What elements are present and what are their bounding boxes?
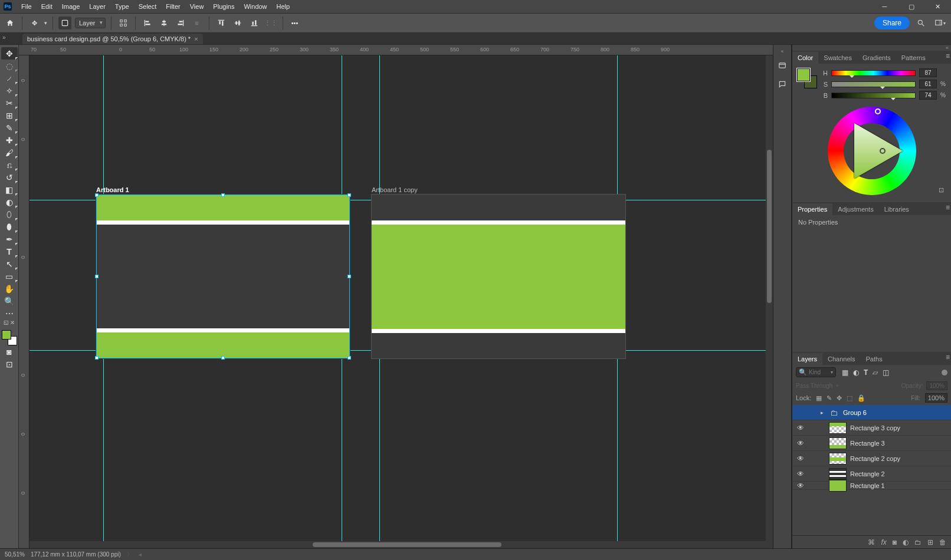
- layer-name[interactable]: Rectangle 1: [850, 482, 885, 489]
- opacity-input[interactable]: 100%: [926, 381, 947, 390]
- healing-brush-tool[interactable]: ✚: [1, 134, 18, 146]
- tab-properties[interactable]: Properties: [792, 203, 832, 215]
- saturation-slider[interactable]: [831, 81, 916, 87]
- new-group-icon[interactable]: 🗀: [914, 538, 922, 546]
- layer-name[interactable]: Group 6: [843, 409, 867, 416]
- layer-row[interactable]: 👁Rectangle 1: [792, 482, 951, 490]
- expand-dock-icon[interactable]: «: [774, 48, 791, 54]
- vertical-scrollbar-thumb[interactable]: [767, 150, 772, 303]
- magic-wand-tool[interactable]: ✧: [1, 84, 18, 97]
- saturation-value-input[interactable]: 61: [919, 80, 937, 88]
- layer-expand-icon[interactable]: ▸: [821, 410, 827, 416]
- gradient-tool[interactable]: ◐: [1, 196, 18, 208]
- menu-type[interactable]: Type: [110, 0, 134, 13]
- tab-patterns[interactable]: Patterns: [896, 52, 931, 64]
- dodge-tool[interactable]: ⬮: [1, 220, 18, 233]
- filter-shape-icon[interactable]: ▱: [873, 368, 878, 377]
- hand-tool[interactable]: ✋: [1, 282, 18, 295]
- menu-edit[interactable]: Edit: [37, 0, 57, 13]
- panel-menu-icon[interactable]: ≡: [946, 353, 950, 361]
- tab-libraries[interactable]: Libraries: [879, 203, 914, 215]
- layer-thumbnail[interactable]: [829, 437, 847, 449]
- brightness-slider[interactable]: [831, 93, 916, 98]
- window-minimize-button[interactable]: ─: [871, 0, 898, 13]
- status-prev-icon[interactable]: ◂: [139, 551, 142, 558]
- auto-select-target-dropdown[interactable]: Layer: [75, 18, 106, 28]
- history-panel-icon[interactable]: [775, 58, 790, 73]
- panel-menu-icon[interactable]: ≡: [946, 203, 950, 212]
- hue-slider[interactable]: [831, 70, 916, 76]
- search-button[interactable]: [913, 16, 929, 30]
- type-tool[interactable]: T: [1, 245, 18, 258]
- frame-tool[interactable]: ⊞: [1, 109, 18, 121]
- menu-layer[interactable]: Layer: [84, 0, 110, 13]
- horizontal-scrollbar-thumb[interactable]: [313, 542, 501, 547]
- history-brush-tool[interactable]: ↺: [1, 171, 18, 183]
- document-tab-close-icon[interactable]: ×: [194, 35, 198, 42]
- marquee-tool[interactable]: ◌: [1, 60, 18, 72]
- align-bottom-edges-button[interactable]: [248, 17, 261, 29]
- layer-visibility-toggle[interactable]: 👁: [796, 454, 805, 463]
- layer-list[interactable]: ▸🗀Group 6👁Rectangle 3 copy👁Rectangle 3👁R…: [792, 405, 951, 535]
- layer-name[interactable]: Rectangle 2 copy: [850, 455, 900, 462]
- path-selection-tool[interactable]: ↖: [1, 258, 18, 270]
- pen-tool[interactable]: ✒: [1, 233, 18, 245]
- filter-type-icon[interactable]: T: [864, 368, 868, 377]
- layer-row[interactable]: 👁Rectangle 2 copy: [792, 451, 951, 466]
- menu-select[interactable]: Select: [134, 0, 162, 13]
- layer-name[interactable]: Rectangle 2: [850, 470, 885, 477]
- filter-pixel-icon[interactable]: ▦: [842, 368, 848, 377]
- layer-visibility-toggle[interactable]: 👁: [796, 424, 805, 432]
- vertical-scrollbar[interactable]: [766, 55, 773, 541]
- artboard2-label[interactable]: Artboard 1 copy: [372, 186, 418, 193]
- move-tool-icon[interactable]: ✥: [28, 17, 41, 29]
- foreground-background-swatch[interactable]: [2, 330, 17, 345]
- layer-thumbnail[interactable]: [829, 453, 847, 465]
- hue-ring-marker[interactable]: [875, 108, 881, 114]
- color-wheel-options-icon[interactable]: ⊡: [939, 186, 944, 194]
- layer-name[interactable]: Rectangle 3 copy: [850, 424, 900, 431]
- document-tab[interactable]: business card design.psd @ 50,5% (Group …: [22, 34, 203, 44]
- menu-window[interactable]: Window: [239, 0, 271, 13]
- lock-all-icon[interactable]: 🔒: [857, 394, 865, 402]
- delete-layer-icon[interactable]: 🗑: [939, 538, 946, 546]
- crop-tool[interactable]: ✂: [1, 97, 18, 109]
- eyedropper-tool[interactable]: ✎: [1, 121, 18, 134]
- menu-plugins[interactable]: Plugins: [208, 0, 239, 13]
- rectangle-tool[interactable]: ▭: [1, 270, 18, 282]
- layer-style-icon[interactable]: fx: [881, 538, 886, 546]
- home-button[interactable]: [4, 17, 17, 29]
- align-right-edges-button[interactable]: [174, 17, 187, 29]
- blur-tool[interactable]: ⬯: [1, 208, 18, 220]
- tab-paths[interactable]: Paths: [861, 353, 888, 365]
- brightness-value-input[interactable]: 74: [919, 91, 937, 100]
- tab-swatches[interactable]: Swatches: [818, 52, 857, 64]
- workspace-switcher-button[interactable]: ▾: [932, 16, 947, 30]
- layer-visibility-toggle[interactable]: 👁: [796, 470, 805, 478]
- layer-filter-input[interactable]: [809, 369, 829, 375]
- adjustment-layer-icon[interactable]: ◐: [903, 538, 909, 546]
- lock-transparency-icon[interactable]: ▦: [816, 394, 822, 402]
- vertical-ruler[interactable]: 0 0 0 0 0 0: [19, 55, 29, 548]
- menu-view[interactable]: View: [185, 0, 209, 13]
- distribute-vertical-button[interactable]: ⋮⋮: [264, 17, 277, 29]
- sb-triangle-marker[interactable]: [880, 148, 886, 154]
- filter-adjustment-icon[interactable]: ◐: [853, 368, 859, 377]
- layer-visibility-toggle[interactable]: 👁: [796, 439, 805, 447]
- edit-toolbar-button[interactable]: ⋯: [1, 307, 18, 319]
- menu-image[interactable]: Image: [57, 0, 85, 13]
- align-horizontal-centers-button[interactable]: [158, 17, 170, 29]
- zoom-tool[interactable]: 🔍: [1, 295, 18, 307]
- color-panel-swatch[interactable]: [797, 68, 817, 88]
- layer-thumbnail[interactable]: [829, 422, 847, 434]
- eraser-tool[interactable]: ◧: [1, 183, 18, 196]
- artboard-1-copy[interactable]: [372, 195, 625, 358]
- layer-filter-toggle[interactable]: [942, 370, 947, 375]
- comments-panel-icon[interactable]: [775, 77, 790, 92]
- canvas-area[interactable]: Artboard 1 Artboard 1 copy: [29, 55, 773, 548]
- window-close-button[interactable]: ✕: [924, 0, 951, 13]
- tab-layers[interactable]: Layers: [792, 353, 822, 365]
- status-arrow-icon[interactable]: 〉: [127, 551, 133, 559]
- layer-filter-search[interactable]: 🔍 ▾: [796, 367, 836, 377]
- layer-mask-icon[interactable]: ◙: [893, 538, 897, 546]
